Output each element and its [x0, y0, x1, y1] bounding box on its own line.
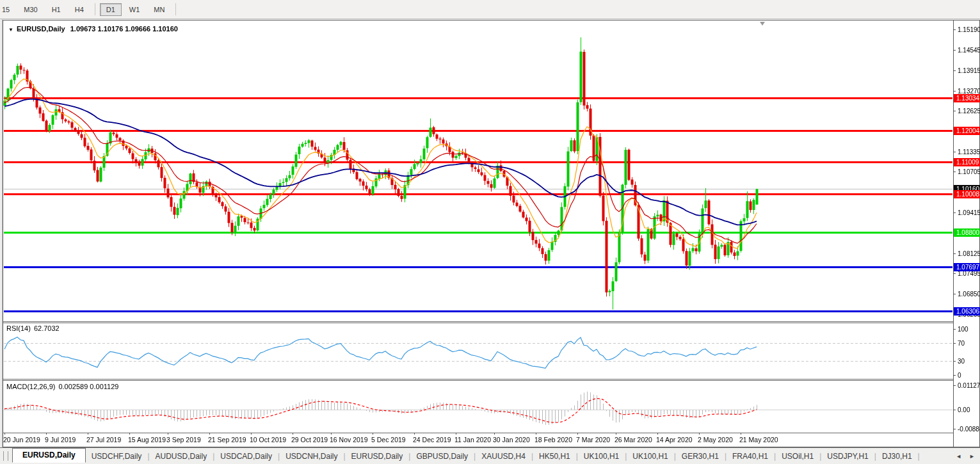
- tabbar-grip[interactable]: [3, 451, 8, 461]
- date-label: 15 Aug 2019: [128, 436, 166, 444]
- price-axis-tick: 1.10705: [958, 168, 980, 175]
- chart-tab-active[interactable]: EURUSD,Daily: [12, 448, 86, 463]
- toolbar-separator: [95, 3, 95, 15]
- axis-tick-mark: [953, 385, 956, 386]
- chart-tab[interactable]: USOil,H1: [776, 452, 819, 461]
- date-tick-mark: [456, 433, 456, 435]
- axis-tick-mark: [953, 273, 956, 274]
- chart-tab[interactable]: FRA40,H1: [727, 452, 774, 461]
- date-tick-mark: [536, 433, 536, 435]
- date-label: 7 Mar 2020: [576, 436, 610, 444]
- date-label: 21 Sep 2019: [208, 436, 246, 444]
- macd-axis-tick: -0.008845: [958, 426, 980, 433]
- date-label: 26 Mar 2020: [615, 436, 652, 444]
- rsi-name: RSI(14): [6, 324, 31, 332]
- price-level-badge: 1.12004: [954, 127, 980, 135]
- price-level-badge: 1.08800: [954, 228, 980, 237]
- price-axis-tick: 1.06850: [958, 291, 980, 298]
- date-tick-mark: [4, 433, 5, 435]
- axis-tick-mark: [953, 410, 956, 410]
- axis-tick-mark: [953, 29, 956, 30]
- price-level-badge: 1.13034: [954, 94, 980, 102]
- axis-tick-mark: [953, 70, 956, 71]
- date-tick-mark: [657, 433, 658, 435]
- price-level-badge: 1.07697: [954, 263, 980, 271]
- axis-tick-mark: [953, 294, 956, 294]
- panel-separator: [3, 380, 953, 381]
- timeframe-button-h1[interactable]: H1: [45, 3, 67, 16]
- tab-scroll-right-icon[interactable]: ►: [969, 453, 975, 460]
- chart-tab[interactable]: USDCHF,Daily: [86, 452, 148, 461]
- price-axis-tick: 1.11335: [958, 148, 980, 156]
- date-label: 21 May 2020: [739, 436, 778, 444]
- date-tick-mark: [577, 433, 578, 435]
- date-tick-mark: [741, 433, 741, 435]
- chart-tab[interactable]: USDCAD,Daily: [214, 452, 278, 461]
- macd-axis-tick: 0.00: [958, 406, 970, 413]
- chart-tab[interactable]: USDCNH,Daily: [280, 452, 343, 461]
- price-level-badge: 1.11009: [954, 158, 980, 166]
- date-axis-separator: [3, 433, 953, 433]
- date-tick-mark: [251, 433, 252, 435]
- date-label: 30 Jan 2020: [493, 436, 530, 444]
- timeframe-button-m30[interactable]: M30: [17, 3, 44, 16]
- rsi-axis-tick: 70: [958, 340, 965, 347]
- chart-tab[interactable]: AUDUSD,Daily: [150, 452, 213, 461]
- date-label: 27 Jul 2019: [86, 436, 121, 444]
- axis-tick-mark: [953, 375, 956, 376]
- chart-tab[interactable]: USDJPY,H1: [821, 452, 874, 461]
- date-label: 5 Dec 2019: [371, 436, 406, 444]
- toolbar-separator: [175, 3, 176, 15]
- tab-separator: |: [918, 452, 920, 461]
- chart-tab[interactable]: UK100,H1: [578, 452, 625, 461]
- date-tick-mark: [414, 433, 415, 435]
- chart-tab-bar: EURUSD,DailyUSDCHF,Daily|AUDUSD,Daily|US…: [0, 447, 980, 464]
- date-label: 11 Jan 2020: [454, 436, 491, 444]
- date-tick-mark: [168, 433, 168, 435]
- date-tick-mark: [373, 433, 373, 435]
- timeframe-button-h4[interactable]: H4: [68, 3, 90, 16]
- tab-scrollers: ◄►: [956, 453, 975, 460]
- date-label: 10 Oct 2019: [250, 436, 286, 444]
- price-chart-canvas[interactable]: [0, 0, 980, 464]
- date-tick-mark: [616, 433, 616, 435]
- chart-tab[interactable]: DJ30,H1: [876, 452, 918, 461]
- price-axis-tick: 1.13915: [958, 67, 980, 74]
- date-tick-mark: [494, 433, 495, 435]
- chart-tab[interactable]: UK100,H1: [627, 452, 673, 461]
- date-tick-mark: [88, 433, 88, 435]
- timeframe-button-d1[interactable]: D1: [100, 3, 122, 16]
- tab-scroll-left-icon[interactable]: ◄: [956, 453, 961, 460]
- date-tick-mark: [46, 433, 47, 435]
- date-tick-mark: [209, 433, 210, 435]
- date-tick-mark: [331, 433, 332, 435]
- rsi-axis-tick: 30: [958, 358, 965, 365]
- date-label: 3 Sep 2019: [166, 436, 201, 444]
- chart-tab[interactable]: EURUSD,Daily: [346, 452, 409, 461]
- date-label: 14 Apr 2020: [656, 436, 693, 444]
- axis-tick-mark: [953, 111, 956, 111]
- panel-separator: [3, 321, 953, 322]
- axis-tick-mark: [953, 172, 956, 172]
- macd-name: MACD(12,26,9): [6, 383, 55, 390]
- chart-tab[interactable]: GER30,H1: [676, 452, 725, 461]
- timeframe-button-15[interactable]: 15: [0, 3, 16, 16]
- price-axis-tick: 1.15190: [958, 26, 980, 33]
- timeframe-button-w1[interactable]: W1: [123, 3, 147, 16]
- rsi-axis-tick: 0: [958, 372, 961, 379]
- chart-dropdown-icon[interactable]: ▼: [8, 27, 13, 33]
- date-tick-mark: [699, 433, 700, 435]
- chart-symbol-label: EURUSD,Daily: [17, 25, 65, 33]
- chart-tab[interactable]: XAUUSD,H4: [476, 452, 531, 461]
- date-label: 9 Jul 2019: [45, 436, 76, 444]
- timeframe-toolbar: 15M30H1H4D1W1MN: [0, 0, 980, 19]
- chart-tab[interactable]: HK50,H1: [533, 452, 576, 461]
- rsi-axis-tick: 100: [958, 326, 968, 333]
- price-level-badge: 1.06306: [954, 307, 980, 316]
- timeframe-button-mn[interactable]: MN: [147, 3, 171, 16]
- chart-tab[interactable]: GBPUSD,Daily: [410, 452, 474, 461]
- date-label: 29 Oct 2019: [291, 436, 328, 444]
- macd-values: 0.002589 0.001129: [58, 383, 118, 390]
- macd-indicator-label: MACD(12,26,9)0.002589 0.001129: [6, 383, 118, 390]
- date-label: 18 Feb 2020: [534, 436, 572, 444]
